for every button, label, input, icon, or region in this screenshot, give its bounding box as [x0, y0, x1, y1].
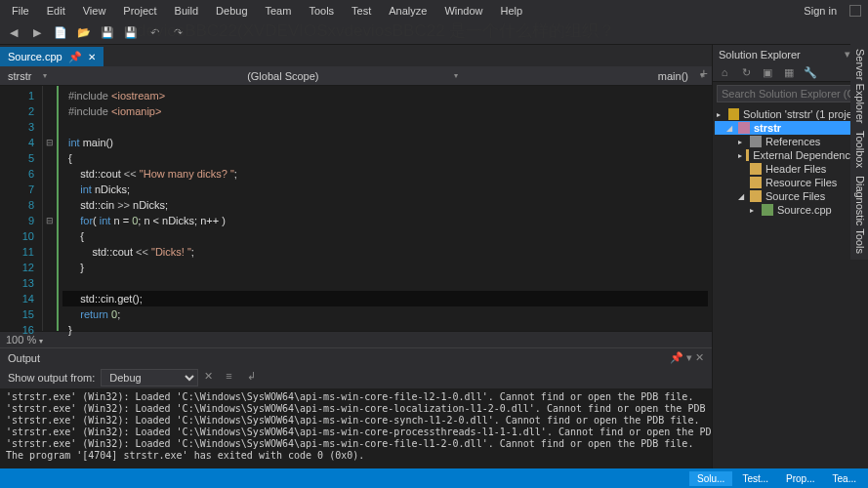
clear-icon[interactable]: ✕	[204, 370, 220, 386]
menu-tools[interactable]: Tools	[301, 2, 342, 20]
se-ext-deps[interactable]: ▸External Dependencies	[715, 148, 866, 162]
tab-diagnostic[interactable]: Diagnostic Tools	[852, 176, 866, 254]
chevron-down-icon[interactable]: ▾	[454, 71, 458, 80]
toggle-icon[interactable]: ≡	[226, 370, 241, 386]
menu-debug[interactable]: Debug	[208, 2, 255, 20]
tab-toolbox[interactable]: Toolbox	[852, 131, 866, 168]
props-icon[interactable]: 🔧	[803, 65, 818, 79]
se-source-files[interactable]: ◢Source Files	[715, 189, 866, 203]
collapse-icon[interactable]: ▣	[760, 65, 775, 79]
pin-icon[interactable]: 📌	[68, 51, 82, 63]
output-body[interactable]: 'strstr.exe' (Win32): Loaded 'C:\Windows…	[0, 388, 712, 468]
tab-server-explorer[interactable]: Server Explorer	[852, 49, 866, 123]
nav-fwd-icon[interactable]: ▶	[29, 25, 45, 41]
refresh-icon[interactable]: ↻	[738, 65, 754, 79]
tab-close-icon[interactable]: ✕	[88, 52, 96, 62]
menu-analyze[interactable]: Analyze	[381, 2, 434, 20]
output-toolbar: Show output from: Debug ✕ ≡ ↲	[0, 367, 712, 388]
home-icon[interactable]: ⌂	[717, 65, 732, 79]
nav-back-icon[interactable]: ◀	[6, 25, 21, 41]
btab-solution[interactable]: Solu...	[689, 471, 732, 486]
save-all-icon[interactable]: 💾	[123, 25, 139, 41]
chevron-down-icon[interactable]: ▾	[43, 71, 47, 80]
pin-icon[interactable]: 📌 ▾ ✕	[670, 351, 704, 364]
add-icon[interactable]: +	[700, 65, 708, 81]
menu-view[interactable]: View	[75, 2, 114, 20]
se-references[interactable]: ▸References	[715, 135, 866, 148]
menu-help[interactable]: Help	[493, 2, 531, 20]
bottom-tabs: Solu... Test... Prop... Tea...	[0, 468, 868, 488]
menu-window[interactable]: Window	[436, 2, 490, 20]
open-icon[interactable]: 📂	[76, 25, 92, 41]
editor-tab-row: Source.cpp 📌 ✕	[0, 45, 712, 66]
main-toolbar: ◀ ▶ 📄 📂 💾 💾 ↶ ↷	[0, 21, 868, 45]
se-toolbar: ⌂ ↻ ▣ ▦ 🔧	[713, 63, 868, 82]
new-file-icon[interactable]: 📄	[53, 25, 68, 41]
output-title: Output	[8, 352, 40, 364]
menu-project[interactable]: Project	[115, 2, 164, 20]
editor-tab-source[interactable]: Source.cpp 📌 ✕	[0, 47, 103, 66]
se-search-input[interactable]	[717, 85, 864, 102]
fold-gutter[interactable]: ⊟⊟	[43, 86, 57, 331]
line-gutter: 12345678910111213141516	[0, 86, 43, 331]
tab-label: Source.cpp	[8, 51, 62, 62]
nav-scope[interactable]: (Global Scope)	[247, 70, 442, 82]
sign-in-link[interactable]: Sign in	[796, 2, 845, 20]
output-source-select[interactable]: Debug	[101, 369, 198, 386]
se-source-cpp[interactable]: ▸Source.cpp	[715, 203, 866, 217]
menu-bar: File Edit View Project Build Debug Team …	[0, 0, 868, 21]
right-sidebar-tabs: Server Explorer Toolbox Diagnostic Tools	[850, 43, 868, 260]
wrap-icon[interactable]: ↲	[247, 370, 263, 386]
redo-icon[interactable]: ↷	[170, 25, 186, 41]
menu-edit[interactable]: Edit	[39, 2, 73, 20]
menu-team[interactable]: Team	[258, 2, 300, 20]
se-solution-node[interactable]: ▸Solution 'strstr' (1 project)	[715, 107, 866, 121]
nav-function[interactable]: main()	[658, 70, 688, 82]
undo-icon[interactable]: ↶	[146, 25, 162, 41]
se-project-node[interactable]: ◢strstr	[715, 121, 866, 135]
menu-file[interactable]: File	[4, 2, 37, 20]
output-from-label: Show output from:	[8, 372, 95, 384]
code-editor[interactable]: 12345678910111213141516 ⊟⊟ #include <ios…	[0, 86, 712, 331]
nav-project[interactable]: strstr	[8, 70, 31, 82]
save-icon[interactable]: 💾	[100, 25, 115, 41]
code-area[interactable]: #include <iostream>#include <iomanip>int…	[57, 86, 712, 331]
menu-build[interactable]: Build	[167, 2, 206, 20]
se-title: Solution Explorer	[719, 49, 801, 61]
se-resource-files[interactable]: Resource Files	[715, 176, 866, 189]
btab-prop[interactable]: Prop...	[778, 471, 822, 486]
btab-team[interactable]: Tea...	[825, 471, 864, 486]
window-control-icon[interactable]	[849, 5, 861, 17]
solution-explorer: Solution Explorer▾ ✕ ⌂ ↻ ▣ ▦ 🔧 ▸Solution…	[712, 45, 868, 468]
se-header-files[interactable]: Header Files	[715, 162, 866, 176]
output-header: Output 📌 ▾ ✕	[0, 347, 712, 367]
nav-bar: strstr ▾ (Global Scope) ▾ main() ▾ +	[0, 66, 712, 86]
show-all-icon[interactable]: ▦	[781, 65, 797, 79]
se-tree[interactable]: ▸Solution 'strstr' (1 project) ◢strstr ▸…	[713, 105, 868, 219]
btab-test[interactable]: Test...	[734, 471, 776, 486]
menu-test[interactable]: Test	[344, 2, 379, 20]
